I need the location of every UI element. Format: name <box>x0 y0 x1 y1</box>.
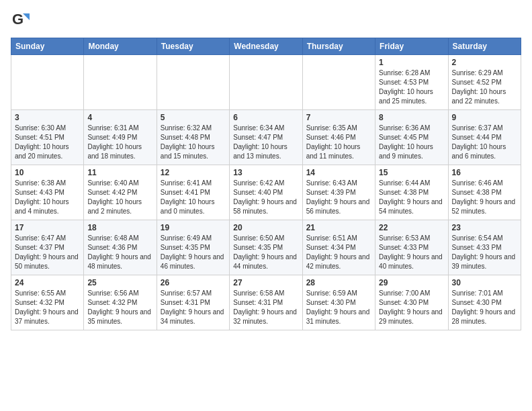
calendar-cell: 24Sunrise: 6:55 AM Sunset: 4:32 PM Dayli… <box>11 275 84 330</box>
day-info: Sunrise: 6:40 AM Sunset: 4:42 PM Dayligh… <box>87 179 152 216</box>
day-info: Sunrise: 6:48 AM Sunset: 4:36 PM Dayligh… <box>87 234 152 271</box>
day-info: Sunrise: 6:54 AM Sunset: 4:33 PM Dayligh… <box>452 234 517 271</box>
day-number: 21 <box>306 223 371 232</box>
day-info: Sunrise: 6:36 AM Sunset: 4:45 PM Dayligh… <box>379 124 444 161</box>
day-number: 6 <box>233 113 298 122</box>
day-header-wednesday: Wednesday <box>230 38 302 55</box>
logo: G <box>11 11 32 30</box>
calendar-cell <box>302 55 375 110</box>
logo-icon: G <box>11 11 30 30</box>
day-info: Sunrise: 6:32 AM Sunset: 4:48 PM Dayligh… <box>161 124 226 161</box>
calendar-cell: 30Sunrise: 7:01 AM Sunset: 4:30 PM Dayli… <box>448 275 521 330</box>
calendar-cell: 25Sunrise: 6:56 AM Sunset: 4:32 PM Dayli… <box>84 275 157 330</box>
day-info: Sunrise: 6:53 AM Sunset: 4:33 PM Dayligh… <box>379 234 444 271</box>
day-info: Sunrise: 6:37 AM Sunset: 4:44 PM Dayligh… <box>452 124 517 161</box>
calendar-cell: 3Sunrise: 6:30 AM Sunset: 4:51 PM Daylig… <box>11 110 84 165</box>
day-number: 30 <box>452 278 517 287</box>
calendar-cell: 5Sunrise: 6:32 AM Sunset: 4:48 PM Daylig… <box>157 110 229 165</box>
day-info: Sunrise: 7:00 AM Sunset: 4:30 PM Dayligh… <box>379 289 444 326</box>
calendar-header-row: SundayMondayTuesdayWednesdayThursdayFrid… <box>11 38 521 55</box>
calendar-cell: 13Sunrise: 6:42 AM Sunset: 4:40 PM Dayli… <box>230 165 302 220</box>
day-number: 11 <box>87 168 152 177</box>
day-header-thursday: Thursday <box>302 38 375 55</box>
calendar-cell: 9Sunrise: 6:37 AM Sunset: 4:44 PM Daylig… <box>448 110 521 165</box>
day-number: 4 <box>87 113 152 122</box>
calendar-cell: 7Sunrise: 6:35 AM Sunset: 4:46 PM Daylig… <box>302 110 375 165</box>
day-info: Sunrise: 6:56 AM Sunset: 4:32 PM Dayligh… <box>87 289 152 326</box>
calendar-cell: 12Sunrise: 6:41 AM Sunset: 4:41 PM Dayli… <box>157 165 229 220</box>
day-number: 1 <box>379 58 444 67</box>
day-number: 22 <box>379 223 444 232</box>
calendar-cell: 29Sunrise: 7:00 AM Sunset: 4:30 PM Dayli… <box>375 275 448 330</box>
calendar-cell: 4Sunrise: 6:31 AM Sunset: 4:49 PM Daylig… <box>84 110 157 165</box>
day-info: Sunrise: 6:28 AM Sunset: 4:53 PM Dayligh… <box>379 68 444 106</box>
day-header-monday: Monday <box>84 38 157 55</box>
page-header: G <box>11 11 521 30</box>
day-number: 19 <box>161 223 226 232</box>
day-number: 27 <box>233 278 298 287</box>
calendar-cell: 10Sunrise: 6:38 AM Sunset: 4:43 PM Dayli… <box>11 165 84 220</box>
calendar-cell: 17Sunrise: 6:47 AM Sunset: 4:37 PM Dayli… <box>11 220 84 275</box>
day-info: Sunrise: 6:35 AM Sunset: 4:46 PM Dayligh… <box>306 124 371 161</box>
day-number: 3 <box>15 113 80 122</box>
day-number: 25 <box>87 278 152 287</box>
day-info: Sunrise: 6:51 AM Sunset: 4:34 PM Dayligh… <box>306 234 371 271</box>
calendar-week-row: 24Sunrise: 6:55 AM Sunset: 4:32 PM Dayli… <box>11 275 521 330</box>
day-number: 15 <box>379 168 444 177</box>
day-header-tuesday: Tuesday <box>157 38 229 55</box>
day-number: 23 <box>452 223 517 232</box>
calendar-cell: 18Sunrise: 6:48 AM Sunset: 4:36 PM Dayli… <box>84 220 157 275</box>
day-info: Sunrise: 6:42 AM Sunset: 4:40 PM Dayligh… <box>233 179 298 216</box>
day-number: 2 <box>452 58 517 67</box>
calendar-cell: 2Sunrise: 6:29 AM Sunset: 4:52 PM Daylig… <box>448 55 521 110</box>
day-number: 7 <box>306 113 371 122</box>
day-header-friday: Friday <box>375 38 448 55</box>
day-number: 13 <box>233 168 298 177</box>
calendar-cell <box>84 55 157 110</box>
calendar-cell: 23Sunrise: 6:54 AM Sunset: 4:33 PM Dayli… <box>448 220 521 275</box>
calendar-cell: 11Sunrise: 6:40 AM Sunset: 4:42 PM Dayli… <box>84 165 157 220</box>
calendar-cell: 1Sunrise: 6:28 AM Sunset: 4:53 PM Daylig… <box>375 55 448 110</box>
calendar-cell: 19Sunrise: 6:49 AM Sunset: 4:35 PM Dayli… <box>157 220 229 275</box>
calendar-cell: 26Sunrise: 6:57 AM Sunset: 4:31 PM Dayli… <box>157 275 229 330</box>
day-info: Sunrise: 6:43 AM Sunset: 4:39 PM Dayligh… <box>306 179 371 216</box>
day-info: Sunrise: 6:55 AM Sunset: 4:32 PM Dayligh… <box>15 289 80 326</box>
day-number: 17 <box>15 223 80 232</box>
calendar-cell: 15Sunrise: 6:44 AM Sunset: 4:38 PM Dayli… <box>375 165 448 220</box>
day-number: 8 <box>379 113 444 122</box>
calendar-table: SundayMondayTuesdayWednesdayThursdayFrid… <box>11 38 521 330</box>
svg-text:G: G <box>12 11 24 28</box>
day-info: Sunrise: 6:44 AM Sunset: 4:38 PM Dayligh… <box>379 179 444 216</box>
day-number: 12 <box>161 168 226 177</box>
day-info: Sunrise: 6:58 AM Sunset: 4:31 PM Dayligh… <box>233 289 298 326</box>
day-number: 5 <box>161 113 226 122</box>
day-info: Sunrise: 6:47 AM Sunset: 4:37 PM Dayligh… <box>15 234 80 271</box>
day-number: 9 <box>452 113 517 122</box>
calendar-cell <box>157 55 229 110</box>
day-info: Sunrise: 6:34 AM Sunset: 4:47 PM Dayligh… <box>233 124 298 161</box>
day-info: Sunrise: 6:59 AM Sunset: 4:30 PM Dayligh… <box>306 289 371 326</box>
calendar-week-row: 1Sunrise: 6:28 AM Sunset: 4:53 PM Daylig… <box>11 55 521 110</box>
day-number: 26 <box>161 278 226 287</box>
day-info: Sunrise: 6:30 AM Sunset: 4:51 PM Dayligh… <box>15 124 80 161</box>
calendar-week-row: 10Sunrise: 6:38 AM Sunset: 4:43 PM Dayli… <box>11 165 521 220</box>
calendar-cell: 20Sunrise: 6:50 AM Sunset: 4:35 PM Dayli… <box>230 220 302 275</box>
day-header-sunday: Sunday <box>11 38 84 55</box>
calendar-week-row: 3Sunrise: 6:30 AM Sunset: 4:51 PM Daylig… <box>11 110 521 165</box>
day-number: 14 <box>306 168 371 177</box>
calendar-cell: 6Sunrise: 6:34 AM Sunset: 4:47 PM Daylig… <box>230 110 302 165</box>
calendar-cell: 16Sunrise: 6:46 AM Sunset: 4:38 PM Dayli… <box>448 165 521 220</box>
day-info: Sunrise: 6:46 AM Sunset: 4:38 PM Dayligh… <box>452 179 517 216</box>
calendar-cell: 27Sunrise: 6:58 AM Sunset: 4:31 PM Dayli… <box>230 275 302 330</box>
calendar-cell: 14Sunrise: 6:43 AM Sunset: 4:39 PM Dayli… <box>302 165 375 220</box>
day-number: 20 <box>233 223 298 232</box>
day-number: 29 <box>379 278 444 287</box>
day-number: 16 <box>452 168 517 177</box>
day-number: 10 <box>15 168 80 177</box>
day-info: Sunrise: 6:38 AM Sunset: 4:43 PM Dayligh… <box>15 179 80 216</box>
day-number: 18 <box>87 223 152 232</box>
svg-marker-1 <box>23 13 30 20</box>
day-info: Sunrise: 6:29 AM Sunset: 4:52 PM Dayligh… <box>452 68 517 106</box>
day-info: Sunrise: 6:50 AM Sunset: 4:35 PM Dayligh… <box>233 234 298 271</box>
day-info: Sunrise: 6:31 AM Sunset: 4:49 PM Dayligh… <box>87 124 152 161</box>
